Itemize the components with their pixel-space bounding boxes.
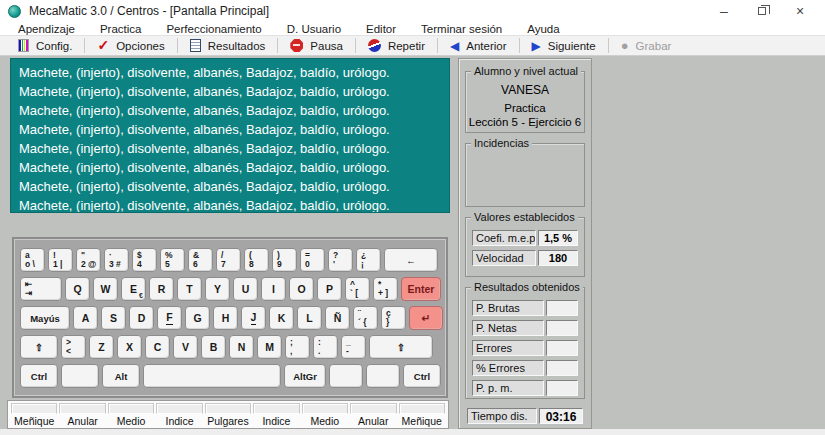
key-5[interactable]: %5	[160, 248, 185, 272]
close-button[interactable]: ×	[781, 0, 819, 22]
key-blank-key[interactable]	[61, 364, 99, 388]
toolbar-button-pausa[interactable]: Pausa	[278, 36, 355, 55]
key-blank-key[interactable]	[329, 364, 363, 388]
key-backspace[interactable]: ←	[384, 248, 438, 272]
key-legend: S	[110, 312, 117, 324]
key-shift-legend: /	[221, 251, 223, 259]
key-period[interactable]: :.	[313, 335, 338, 359]
key-enter[interactable]: Enter	[401, 277, 441, 301]
key-w[interactable]: W	[93, 277, 118, 301]
key-e[interactable]: E€	[121, 277, 146, 301]
key-shift-left[interactable]: ⇧	[20, 335, 58, 359]
field-label-p-netas: P. Netas	[472, 320, 544, 336]
key-s[interactable]: S	[101, 306, 126, 330]
key-apostrophe[interactable]: ?'	[328, 248, 353, 272]
menu-item-practica[interactable]: Practica	[100, 23, 142, 35]
key-y[interactable]: Y	[205, 277, 230, 301]
key-j[interactable]: J	[241, 306, 266, 330]
key-base-legend: ⇥	[25, 289, 32, 297]
app-icon	[8, 5, 21, 18]
field-row: P. p. m.	[472, 380, 578, 396]
key-ordinal[interactable]: ao \	[20, 248, 45, 272]
key-altgr[interactable]: AltGr	[284, 364, 326, 388]
key-b[interactable]: B	[201, 335, 226, 359]
key-return[interactable]: ↵	[409, 306, 443, 330]
key-shift-legend: *	[378, 280, 381, 288]
key-q[interactable]: Q	[65, 277, 90, 301]
key-space[interactable]	[143, 364, 281, 388]
field-row: Velocidad180	[472, 250, 578, 266]
key-z[interactable]: Z	[89, 335, 114, 359]
key-n[interactable]: N	[229, 335, 254, 359]
menu-item-ayuda[interactable]: Ayuda	[527, 23, 559, 35]
toolbar-button-label: Config.	[36, 40, 72, 52]
key-2[interactable]: "2 @	[76, 248, 101, 272]
finger-zone	[205, 403, 251, 414]
key-comma[interactable]: ;,	[285, 335, 310, 359]
key-grave[interactable]: ^` [	[345, 277, 370, 301]
key-shift-legend: ⇤	[25, 280, 32, 288]
key-plus[interactable]: *+ ]	[373, 277, 398, 301]
toolbar-button-config[interactable]: Config.	[6, 36, 84, 55]
key-caps-lock[interactable]: Mayús	[20, 306, 70, 330]
key-shift-legend: &	[193, 251, 199, 259]
key-ñ[interactable]: Ñ	[325, 306, 350, 330]
key-less-than[interactable]: ><	[61, 335, 86, 359]
menu-item-terminar-sesi-n[interactable]: Terminar sesión	[421, 23, 502, 35]
key-g[interactable]: G	[185, 306, 210, 330]
menu-item-apendizaje[interactable]: Apendizaje	[18, 23, 75, 35]
key-base-legend: ` [	[350, 289, 358, 297]
key-p[interactable]: P	[317, 277, 342, 301]
key-x[interactable]: X	[117, 335, 142, 359]
exercise-line: Machete, (injerto), disolvente, albanés,…	[19, 196, 441, 213]
key-9[interactable]: )9	[272, 248, 297, 272]
key-m[interactable]: M	[257, 335, 282, 359]
key-a[interactable]: A	[73, 306, 98, 330]
menu-item-perfeccionamiento[interactable]: Perfeccionamiento	[166, 23, 261, 35]
key-blank-key[interactable]	[366, 364, 400, 388]
key-shift-legend: %	[165, 251, 173, 259]
key-u[interactable]: U	[233, 277, 258, 301]
key-legend: E	[130, 283, 137, 295]
key-3[interactable]: ·3 #	[104, 248, 129, 272]
minimize-button[interactable]: –	[705, 0, 743, 22]
key-ctrl-right[interactable]: Ctrl	[403, 364, 441, 388]
key-6[interactable]: &6	[188, 248, 213, 272]
key-inverted-exclamation[interactable]: ¿¡	[356, 248, 381, 272]
key-8[interactable]: (8	[244, 248, 269, 272]
key-v[interactable]: V	[173, 335, 198, 359]
key-base-legend: 0	[305, 260, 310, 268]
toolbar-button-repetir[interactable]: Repetir	[356, 36, 437, 55]
menu-item-d-usuario[interactable]: D. Usuario	[287, 23, 341, 35]
toolbar-button-resultados[interactable]: Resultados	[178, 36, 278, 55]
toolbar-button-opciones[interactable]: ✓Opciones	[85, 36, 176, 55]
toolbar-button-siguiente[interactable]: ▶Siguiente	[520, 36, 608, 55]
key-hyphen[interactable]: _-	[341, 335, 366, 359]
key-t[interactable]: T	[177, 277, 202, 301]
menu-item-editor[interactable]: Editor	[366, 23, 396, 35]
key-4[interactable]: $4	[132, 248, 157, 272]
key-acute[interactable]: ¨´ {	[353, 306, 378, 330]
key-o[interactable]: O	[289, 277, 314, 301]
finger-zone	[59, 403, 105, 414]
key-r[interactable]: R	[149, 277, 174, 301]
toolbar-button-anterior[interactable]: ◀Anterior	[438, 36, 519, 55]
field-label-velocidad: Velocidad	[472, 250, 536, 266]
key-alt[interactable]: Alt	[102, 364, 140, 388]
key-l[interactable]: L	[297, 306, 322, 330]
key-tab[interactable]: ⇤⇥	[20, 277, 62, 301]
key-cedilla[interactable]: ç}	[381, 306, 406, 330]
key-shift-right[interactable]: ⇧	[369, 335, 433, 359]
key-c[interactable]: C	[145, 335, 170, 359]
key-k[interactable]: K	[269, 306, 294, 330]
key-f[interactable]: F	[157, 306, 182, 330]
maximize-button[interactable]	[743, 0, 781, 22]
key-7[interactable]: /7	[216, 248, 241, 272]
key-1[interactable]: !1 |	[48, 248, 73, 272]
stop-sign-icon	[290, 39, 303, 52]
key-i[interactable]: I	[261, 277, 286, 301]
key-ctrl-left[interactable]: Ctrl	[20, 364, 58, 388]
key-d[interactable]: D	[129, 306, 154, 330]
key-0[interactable]: =0	[300, 248, 325, 272]
key-h[interactable]: H	[213, 306, 238, 330]
